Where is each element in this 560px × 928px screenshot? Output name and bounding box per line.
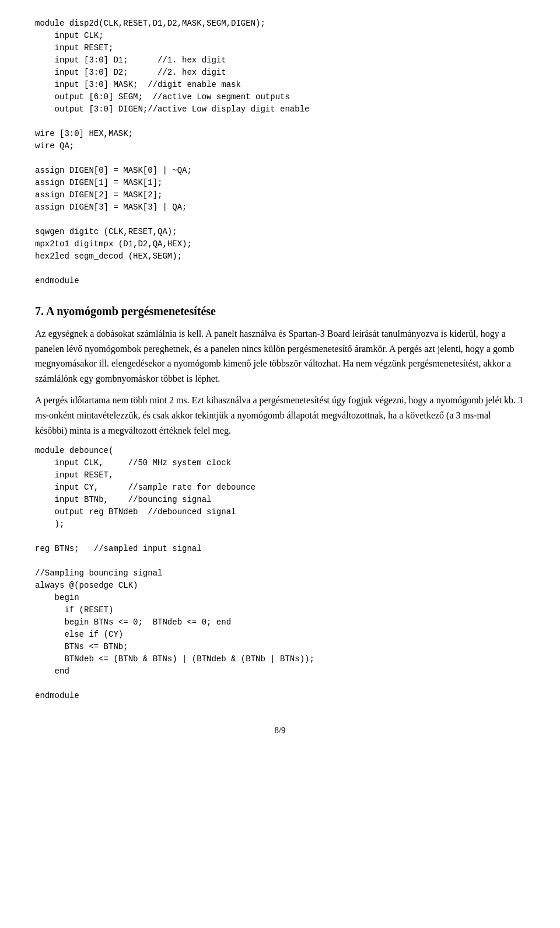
- code-block-2: module debounce( input CLK, //50 MHz sys…: [35, 445, 525, 702]
- code-block-1: module disp2d(CLK,RESET,D1,D2,MASK,SEGM,…: [35, 18, 525, 287]
- paragraph-1: Az egységnek a dobásokat számlálnia is k…: [35, 326, 525, 386]
- page-footer: 8/9: [35, 725, 525, 735]
- paragraph-2: A pergés időtartama nem több mint 2 ms. …: [35, 393, 525, 438]
- page-number: 8/9: [274, 725, 285, 735]
- section-7-heading: 7. A nyomógomb pergésmenetesítése: [35, 305, 525, 318]
